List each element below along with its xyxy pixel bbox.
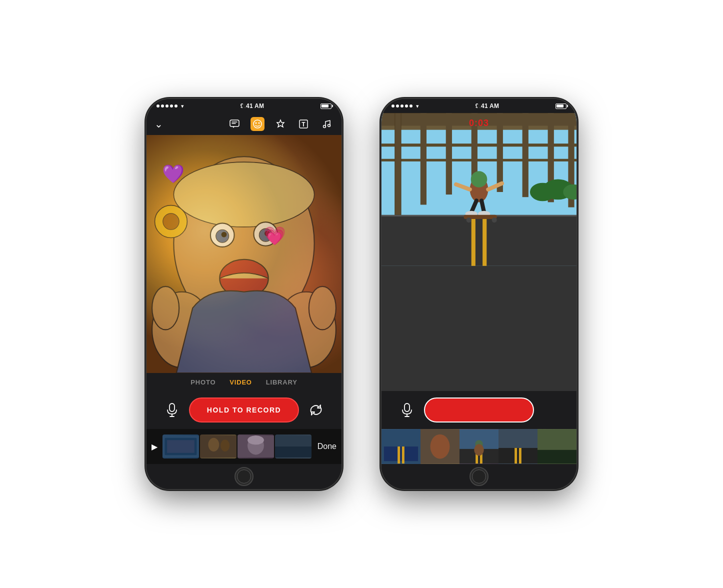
phone-2: ▾ 9:41 AM (382, 99, 576, 489)
battery-icon-2 (556, 104, 566, 109)
signal-dot-2-1 (392, 104, 394, 108)
speech-bubble-icon[interactable] (228, 117, 242, 131)
svg-rect-25 (170, 404, 174, 412)
record-area-2 (382, 391, 576, 429)
signal-dot-3 (166, 104, 168, 108)
sticker-icon[interactable] (250, 117, 264, 131)
svg-point-78 (430, 434, 450, 459)
record-area-1: HOLD TO RECORD (146, 391, 342, 429)
home-button-inner-2 (472, 470, 486, 484)
signal-area: ▾ (156, 103, 184, 110)
record-button-label: HOLD TO RECORD (207, 406, 281, 414)
clip-2-5[interactable] (538, 429, 576, 464)
svg-point-20 (152, 286, 179, 330)
svg-rect-42 (382, 144, 576, 146)
signal-dot-4 (170, 104, 173, 108)
signal-dot-2-4 (405, 104, 408, 108)
svg-rect-55 (382, 215, 576, 266)
toolbar-1: ⌄ (146, 113, 342, 135)
svg-rect-30 (167, 440, 194, 453)
camera-dot (242, 104, 246, 108)
recording-timer: 0:03 (382, 118, 576, 128)
toolbar-icons: T (228, 117, 334, 131)
clip-2-1[interactable] (382, 429, 420, 464)
chevron-down-icon[interactable]: ⌄ (154, 118, 163, 130)
svg-point-54 (530, 183, 556, 202)
wifi-icon-2: ▾ (416, 103, 419, 110)
svg-rect-57 (482, 215, 486, 266)
phone-1: ▾ 9:41 AM ⌄ (146, 99, 342, 489)
mode-photo[interactable]: PHOTO (190, 378, 216, 386)
play-button-1[interactable]: ▶ (152, 442, 158, 452)
mode-library[interactable]: LIBRARY (266, 378, 298, 386)
clip-2-3[interactable] (460, 429, 498, 464)
svg-rect-70 (404, 404, 410, 412)
recording-active-button[interactable] (424, 398, 534, 422)
signal-dot-1 (156, 104, 160, 108)
home-button-area-1 (146, 464, 342, 489)
svg-point-4 (256, 122, 257, 124)
svg-rect-75 (398, 446, 400, 464)
timeline-clips-2 (382, 429, 576, 464)
svg-rect-90 (538, 450, 576, 464)
svg-rect-76 (402, 446, 404, 464)
text-icon[interactable]: T (296, 117, 310, 131)
mic-button-2[interactable] (398, 401, 416, 419)
home-button-1[interactable] (234, 467, 254, 486)
svg-point-16 (222, 232, 227, 238)
wifi-icon: ▾ (181, 103, 184, 110)
svg-point-11 (174, 162, 314, 227)
signal-area-2: ▾ (392, 103, 419, 110)
clip-2[interactable] (200, 434, 236, 458)
home-button-area-2 (382, 464, 576, 489)
signal-dot-2-5 (410, 104, 412, 108)
svg-rect-88 (519, 448, 522, 464)
svg-point-24 (163, 214, 179, 230)
svg-point-5 (258, 122, 260, 124)
flip-camera-button[interactable] (307, 401, 325, 419)
signal-dot-2-3 (400, 104, 404, 108)
svg-point-36 (248, 436, 264, 444)
timeline-1: ▶ (146, 429, 342, 464)
svg-point-60 (471, 171, 488, 188)
camera-view-1: 💜 💗 (146, 135, 342, 373)
svg-point-33 (220, 440, 230, 452)
svg-point-22 (309, 286, 336, 330)
svg-line-64 (482, 200, 484, 212)
star-icon[interactable] (274, 117, 288, 131)
battery-fill (322, 104, 328, 108)
svg-point-8 (324, 126, 326, 128)
mode-selector-1: PHOTO VIDEO LIBRARY (146, 373, 342, 391)
camera-view-2: 0:03 (382, 113, 576, 391)
svg-rect-43 (382, 159, 576, 162)
clip-2-2[interactable] (420, 429, 460, 464)
svg-point-32 (208, 438, 219, 452)
svg-rect-86 (498, 448, 538, 464)
mic-button-1[interactable] (163, 401, 181, 419)
mode-video[interactable]: VIDEO (230, 378, 252, 386)
clip-3[interactable] (238, 434, 274, 458)
music-icon[interactable] (320, 117, 334, 131)
svg-rect-38 (275, 446, 312, 458)
battery-area (320, 104, 332, 109)
timeline-clips-1 (162, 434, 312, 458)
signal-dot-2 (161, 104, 164, 108)
battery-icon (320, 104, 332, 109)
svg-rect-56 (472, 215, 476, 266)
clip-2-4[interactable] (498, 429, 538, 464)
clip-1[interactable] (162, 434, 199, 458)
svg-rect-74 (384, 446, 418, 461)
signal-dot-2-2 (396, 104, 399, 108)
svg-point-68 (466, 218, 472, 222)
svg-point-84 (474, 444, 484, 456)
timeline-2 (382, 429, 576, 464)
clip-4[interactable] (275, 434, 312, 458)
camera-dot-2 (477, 104, 481, 108)
svg-point-17 (264, 230, 270, 236)
done-button[interactable]: Done (318, 442, 336, 451)
home-button-2[interactable] (470, 467, 488, 486)
svg-rect-87 (514, 448, 517, 464)
svg-point-9 (328, 124, 330, 127)
svg-point-3 (254, 120, 262, 128)
hold-to-record-button[interactable]: HOLD TO RECORD (189, 398, 299, 422)
